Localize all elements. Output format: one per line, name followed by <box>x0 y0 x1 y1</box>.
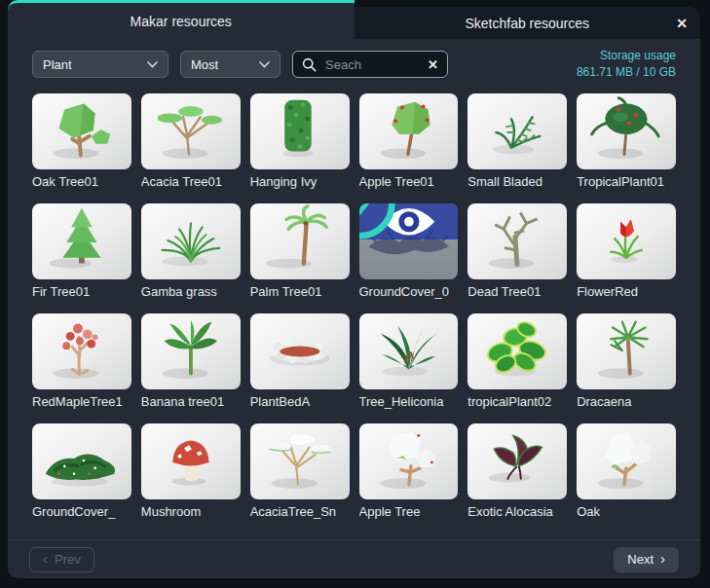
resource-label: Fir Tree01 <box>32 284 131 299</box>
tab-label: Makar resources <box>131 14 232 29</box>
chevron-down-icon <box>147 61 158 68</box>
chevron-right-icon: › <box>660 551 665 566</box>
oak-tree-thumbnail <box>32 93 131 169</box>
ground-cover-thumbnail <box>32 423 131 499</box>
chevron-left-icon: ‹ <box>43 551 48 566</box>
resource-tile[interactable]: Apple Tree <box>359 423 459 519</box>
search-clear-icon[interactable]: ✕ <box>428 58 438 71</box>
chevron-down-icon <box>259 61 270 68</box>
resource-label: Apple Tree <box>359 504 459 519</box>
tab-bar: Makar resources Sketchfab resources ✕ <box>8 0 700 39</box>
next-button[interactable]: Next › <box>614 547 679 572</box>
selected-overlay-dim <box>359 239 459 279</box>
palm-tree-thumbnail <box>250 203 350 279</box>
resource-tile[interactable]: Dead Tree01 <box>467 203 567 299</box>
resource-label: Apple Tree01 <box>359 174 459 189</box>
resource-label: Hanging Ivy <box>250 174 350 189</box>
resource-tile[interactable]: Exotic Alocasia <box>467 423 567 519</box>
prev-button[interactable]: ‹ Prev <box>29 547 94 572</box>
resource-tile[interactable]: Oak Tree01 <box>32 93 131 189</box>
check-circle-icon[interactable] <box>359 203 409 241</box>
resource-library-panel: Makar resources Sketchfab resources ✕ Pl… <box>8 0 700 578</box>
storage-usage: Storage usage 861.71 MB / 10 GB <box>577 48 676 81</box>
search-input[interactable] <box>323 56 428 73</box>
resource-tile[interactable]: tropicalPlant02 <box>467 313 567 409</box>
resource-label: Dead Tree01 <box>467 284 567 299</box>
resource-label: PlantBedA <box>250 394 350 409</box>
resource-label: Mushroom <box>141 504 241 519</box>
sort-dropdown[interactable]: Most <box>180 51 280 78</box>
resource-label: RedMapleTree1 <box>32 394 131 409</box>
apple-snow-thumbnail <box>359 423 459 499</box>
resource-tile[interactable]: Oak <box>577 423 676 519</box>
tab-label: Sketchfab resources <box>465 16 589 31</box>
oak-snow-thumbnail <box>577 423 676 499</box>
search-icon <box>302 57 317 72</box>
resource-tile[interactable]: Banana tree01 <box>141 313 241 409</box>
resource-label: Dracaena <box>577 394 676 409</box>
tab-sketchfab-resources[interactable]: Sketchfab resources ✕ <box>355 7 701 39</box>
heliconia-thumbnail <box>359 313 459 389</box>
resource-label: FlowerRed <box>577 284 676 299</box>
resource-label: Oak <box>577 504 676 519</box>
banana-tree-thumbnail <box>141 313 241 389</box>
search-box: ✕ <box>292 51 448 78</box>
resource-tile[interactable]: FlowerRed <box>577 203 676 299</box>
resource-tile[interactable]: AcaciaTree_Sn <box>250 423 350 519</box>
panel-body: Plant Most ✕ Storage usage <box>8 39 700 578</box>
category-dropdown-value: Plant <box>43 57 139 72</box>
dracaena-thumbnail <box>577 313 676 389</box>
ground-cover-silhouette-thumbnail <box>359 203 459 279</box>
resource-label: Palm Tree01 <box>250 284 350 299</box>
resource-label: Banana tree01 <box>141 394 241 409</box>
resource-tile[interactable]: Apple Tree01 <box>359 93 459 189</box>
hanging-ivy-thumbnail <box>250 93 350 169</box>
resource-tile[interactable]: Fir Tree01 <box>32 203 131 299</box>
resource-tile[interactable]: PlantBedA <box>250 313 350 409</box>
resource-tile[interactable]: Hanging Ivy <box>250 93 350 189</box>
resource-tile[interactable]: Small Bladed <box>467 93 567 189</box>
plant-bed-thumbnail <box>250 313 350 389</box>
resource-grid: Oak Tree01 Acacia Tree01 Hanging Ivy App… <box>8 78 700 532</box>
resource-label: tropicalPlant02 <box>467 394 567 409</box>
resource-tile[interactable]: Mushroom <box>141 423 241 519</box>
tab-makar-resources[interactable]: Makar resources <box>8 0 355 39</box>
resource-tile[interactable]: GroundCover_ <box>32 423 131 519</box>
resource-tile[interactable]: Dracaena <box>577 313 676 409</box>
dead-tree-thumbnail <box>467 203 567 279</box>
resource-label: Acacia Tree01 <box>141 174 241 189</box>
grass-thumbnail <box>141 203 241 279</box>
pagination-bar: ‹ Prev Next › <box>8 539 700 578</box>
prev-button-label: Prev <box>55 552 81 567</box>
category-dropdown[interactable]: Plant <box>32 51 168 78</box>
resource-label: GroundCover_0 <box>359 284 459 299</box>
fir-tree-thumbnail <box>32 203 131 279</box>
resource-tile[interactable]: GroundCover_0 <box>359 203 459 299</box>
resource-label: Tree_Heliconia <box>359 394 459 409</box>
next-button-label: Next <box>627 552 654 567</box>
resource-tile[interactable]: Tree_Heliconia <box>359 313 459 409</box>
sort-dropdown-value: Most <box>191 57 251 72</box>
acacia-tree-thumbnail <box>141 93 241 169</box>
apple-tree-thumbnail <box>359 93 459 169</box>
storage-usage-label: Storage usage <box>577 48 676 64</box>
resource-label: Small Bladed <box>467 174 567 189</box>
resource-tile[interactable]: Acacia Tree01 <box>141 93 241 189</box>
resource-tile[interactable]: RedMapleTree1 <box>32 313 131 409</box>
resource-label: Oak Tree01 <box>32 174 131 189</box>
variegated-plant-thumbnail <box>467 313 567 389</box>
mushroom-thumbnail <box>141 423 241 499</box>
resource-label: TropicalPlant01 <box>577 174 676 189</box>
resource-tile[interactable]: TropicalPlant01 <box>577 93 676 189</box>
tropical-tree-red-thumbnail <box>577 93 676 169</box>
red-maple-thumbnail <box>32 313 131 389</box>
resource-label: Gamba grass <box>141 284 241 299</box>
close-icon[interactable]: ✕ <box>676 17 688 30</box>
resource-tile[interactable]: Palm Tree01 <box>250 203 350 299</box>
filter-bar: Plant Most ✕ Storage usage <box>8 39 700 78</box>
resource-label: AcaciaTree_Sn <box>250 504 350 519</box>
red-flower-thumbnail <box>577 203 676 279</box>
resource-tile[interactable]: Gamba grass <box>141 203 241 299</box>
alocasia-thumbnail <box>467 423 567 499</box>
resource-label: GroundCover_ <box>32 504 131 519</box>
